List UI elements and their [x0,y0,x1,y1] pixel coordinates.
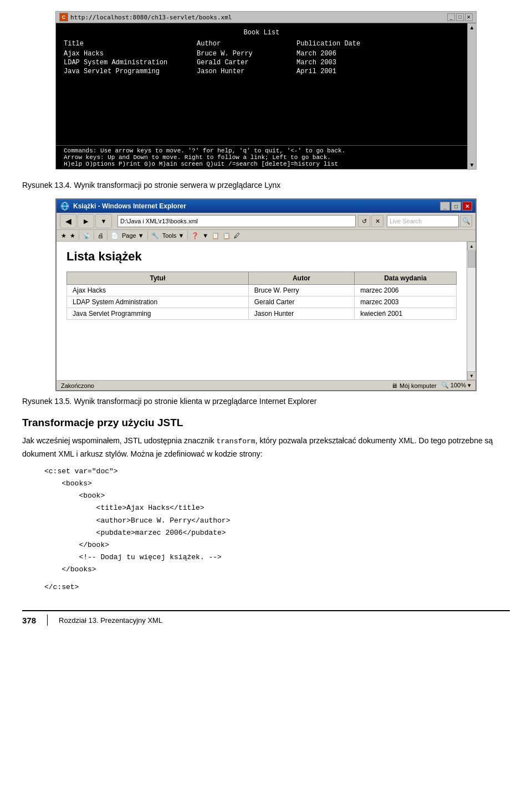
ie-page-title: Lista książek [66,249,457,264]
ie-maximize-button[interactable]: □ [451,202,461,211]
ie-titlebar: Książki - Windows Internet Explorer _ □ … [57,199,475,213]
lynx-titlebar-buttons: _ □ ✕ [447,13,473,21]
lynx-browser-icon: C [59,13,68,22]
ie-search-input[interactable]: Live Search [387,215,459,227]
fav-extra3: 🖊 [234,232,240,239]
ie-scroll-up-button[interactable]: ▲ [467,242,476,250]
footer-chapter-title: Rozdział 13. Prezentacyjny XML [59,616,162,625]
ie-row3-author: Jason Hunter [248,308,354,320]
lynx-heading: Book List [64,29,459,37]
row3-title: Java Servlet Programming [64,68,186,75]
fav-print: 🖨 [98,232,104,239]
section-body: Jak wcześniej wspominałem, JSTL udostępn… [22,434,510,460]
ie-statusbar-right: 🖥 Mój komputer 🔍 100% ▾ [391,382,471,389]
lynx-col-headers: Title Author Publication Date [64,40,459,48]
minimize-button[interactable]: _ [447,13,455,21]
lynx-status-line2: Arrow keys: Up and Down to move. Right t… [64,154,459,161]
ie-search-area: Live Search 🔍 [387,214,472,228]
ie-browser-icon [60,201,70,211]
ie-addr-buttons: ↺ ✕ [358,215,383,227]
row2-date: March 2003 [296,59,336,66]
ie-address-bar[interactable]: D:\Java i XML\r13\books.xml [117,215,356,227]
ie-titlebar-left: Książki - Windows Internet Explorer [60,201,186,211]
ie-row2-author: Gerald Carter [248,296,354,308]
page-menu[interactable]: Page ▼ [122,232,144,239]
col-title: Title [64,40,186,48]
lynx-layout: Book List Title Author Publication Date … [56,23,476,169]
ie-content-main: Lista książek Tytuł Autor Data wydania A… [57,242,467,380]
ie-content-area: Lista książek Tytuł Autor Data wydania A… [57,242,475,380]
code-block-close: </c:set> [44,581,510,593]
lynx-content: Book List Title Author Publication Date … [56,23,467,145]
fav-divider3 [107,231,108,240]
col-header-author: Autor [248,272,354,285]
ie-row1-title: Ajax Hacks [67,285,249,296]
books-table: Tytuł Autor Data wydania Ajax Hacks Bruc… [66,272,457,320]
ie-close-button[interactable]: ✕ [462,202,472,211]
ie-favoritesbar: ★ ★ 📡 🖨 📄 Page ▼ 🔧 Tools ▼ ❓ ▼ 📋 📋 🖊 [57,230,475,242]
table-header-row: Tytuł Autor Data wydania [67,272,457,285]
stop-button[interactable]: ✕ [371,215,383,227]
row1-date: March 2006 [296,50,336,58]
ie-zoom[interactable]: 🔍 100% ▾ [441,382,471,389]
ie-minimize-button[interactable]: _ [440,202,450,211]
lynx-statusbar: Commands: Use arrow keys to move. '?' fo… [56,145,467,169]
close-button[interactable]: ✕ [465,13,473,21]
ie-titlebar-title: Książki - Windows Internet Explorer [73,202,186,210]
row3-author: Jason Hunter [197,68,285,75]
ie-status-text: Zakończono [61,382,94,389]
col-date: Publication Date [296,40,360,48]
fav-divider2 [94,231,94,240]
fav-tools: 🔧 [151,232,159,239]
ie-scroll-down-button[interactable]: ▼ [467,371,476,380]
table-row: Ajax Hacks Bruce W. Perry marzec 2006 [67,285,457,296]
ie-content: Lista książek Tytuł Autor Data wydania A… [57,242,467,380]
forward-button[interactable]: ▶ [78,214,94,228]
fav-spacer: ▼ [202,232,208,239]
fav-help: ❓ [191,232,199,239]
lynx-row-2: LDAP System Administration Gerald Carter… [64,59,459,66]
fav-divider5 [187,231,188,240]
lynx-row-3: Java Servlet Programming Jason Hunter Ap… [64,68,459,75]
ie-row1-date: marzec 2006 [355,285,457,296]
lynx-scrollbar[interactable]: ▲ ▼ [467,23,476,169]
fav-page: 📄 [111,232,119,239]
ie-address-area: D:\Java i XML\r13\books.xml ↺ ✕ [115,214,383,228]
table-row: LDAP System Administration Gerald Carter… [67,296,457,308]
fav-divider4 [147,231,148,240]
fav-star2: ★ [70,232,75,239]
tools-menu[interactable]: Tools ▼ [162,232,185,239]
lynx-status-line1: Commands: Use arrow keys to move. '?' fo… [64,147,459,154]
fav-extra1: 📋 [212,232,219,239]
zone-text: Mój komputer [400,382,437,389]
lynx-scroll-up[interactable]: ▲ [468,23,476,32]
figure2-caption: Rysunek 13.5. Wynik transformacji po str… [22,397,510,406]
ie-zone-info: 🖥 Mój komputer [391,382,437,389]
refresh-button[interactable]: ↺ [358,215,370,227]
col-author: Author [197,40,285,48]
lynx-url: http://localhost:8080/ch13-servlet/books… [70,14,232,21]
ie-menubar: ◀ ▶ ▼ D:\Java i XML\r13\books.xml ↺ ✕ Li… [57,213,475,230]
lynx-page-heading: Book List [244,29,280,37]
search-button[interactable]: 🔍 [460,215,472,227]
ie-row3-date: kwiecień 2001 [355,308,457,320]
ie-scrollbar[interactable]: ▲ ▼ [467,242,475,380]
dropdown-nav-button[interactable]: ▼ [95,214,112,228]
figure-lynx: C http://localhost:8080/ch13-servlet/boo… [55,11,477,170]
section-heading: Transformacje przy użyciu JSTL [22,417,510,429]
back-button[interactable]: ◀ [60,214,76,228]
ie-titlebar-buttons: _ □ ✕ [440,202,472,211]
lynx-titlebar: C http://localhost:8080/ch13-servlet/boo… [56,12,476,23]
figure-ie: Książki - Windows Internet Explorer _ □ … [55,198,477,391]
lynx-scroll-down[interactable]: ▼ [468,161,476,169]
maximize-button[interactable]: □ [456,13,464,21]
row2-author: Gerald Carter [197,59,285,66]
zone-icon: 🖥 [391,382,397,389]
col-header-date: Data wydania [355,272,457,285]
section-text-start: Jak wcześniej wspominałem, JSTL udostępn… [22,436,216,445]
section-inline-code: transform [216,437,255,446]
row3-date: April 2001 [296,68,336,75]
row1-author: Bruce W. Perry [197,50,285,58]
ie-scroll-thumb[interactable] [468,251,475,268]
code-block: <c:set var="doc"> <books> <book> <title>… [44,465,510,576]
